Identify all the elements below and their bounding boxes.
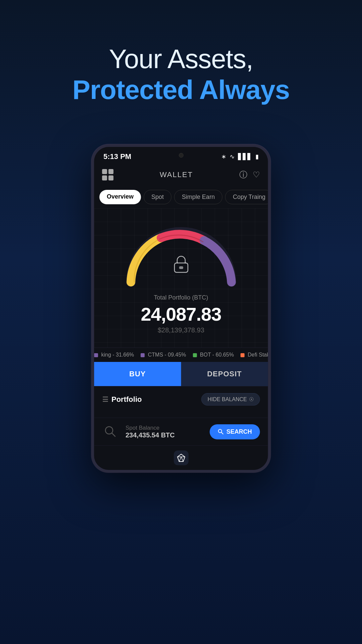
wallet-title: WALLET [160,170,193,179]
svg-line-5 [221,432,223,434]
phone-frame: 5:13 PM ∗ ∿ ▋▋▋ ▮ WALLET ⓘ ♡ [92,144,271,473]
search-button[interactable]: SEARCH [209,424,260,439]
grid-menu-icon[interactable] [102,169,114,180]
ticker-item-4: Defi Staking - [241,352,268,358]
ticker-dot-4 [241,353,245,357]
diamond-icon[interactable] [174,450,188,465]
ticker-content: king - 31.66% CTMS - 09.45% BOT - 60.65%… [94,352,268,358]
status-time: 5:13 PM [104,152,131,161]
hero-line2: Protected Always [0,74,362,105]
help-icon[interactable]: ⓘ [239,169,247,180]
header-actions: ⓘ ♡ [239,169,260,180]
hero-line1: Your Assets, [0,44,362,74]
tab-copy-traing[interactable]: Copy Traing [225,190,268,204]
svg-marker-6 [177,454,185,462]
portfolio-usd: $28,139,378.93 [158,326,204,334]
ticker-bar: king - 31.66% CTMS - 09.45% BOT - 60.65%… [94,347,268,362]
signal-icon: ▋▋▋ [238,153,252,160]
phone-mockup: 5:13 PM ∗ ∿ ▋▋▋ ▮ WALLET ⓘ ♡ [92,144,271,473]
bluetooth-icon: ∗ [221,153,226,160]
portfolio-title-group: ☰ Portfolio [102,395,142,404]
eye-icon: ☉ [249,396,254,402]
tab-spot[interactable]: Spot [144,190,172,204]
portfolio-header: ☰ Portfolio HIDE BALANCE ☉ [102,393,260,406]
camera-dot [179,153,183,158]
deposit-button[interactable]: DEPOSIT [181,362,268,386]
ticker-item-2: CTMS - 09.45% [141,352,186,358]
ticker-dot-1 [94,353,98,357]
svg-line-8 [179,457,181,462]
spot-label: Spot Balance [126,425,203,431]
action-buttons: BUY DEPOSIT [94,362,268,386]
search-circle-icon[interactable] [102,423,119,440]
portfolio-label: Total Portfolio (BTC) [154,294,208,301]
hero-section: Your Assets, Protected Always [0,0,362,125]
svg-rect-1 [179,266,183,269]
wifi-icon: ∿ [230,153,235,160]
ticker-item-3: BOT - 60.65% [193,352,234,358]
hide-balance-button[interactable]: HIDE BALANCE ☉ [201,393,260,406]
portfolio-title-text: Portfolio [112,395,142,404]
menu-icon: ☰ [102,395,108,404]
tab-overview[interactable]: Overview [100,190,141,204]
bottom-row: Spot Balance 234,435.54 BTC SEARCH [94,418,268,445]
ticker-dot-2 [141,353,145,357]
gauge-container: Total Portfolio (BTC) 24,087.83 $28,139,… [101,218,261,341]
tab-simple-earn[interactable]: Simple Earn [174,190,223,204]
lock-icon [171,254,191,274]
battery-icon: ▮ [255,153,259,160]
app-header: WALLET ⓘ ♡ [94,164,268,186]
status-icons: ∗ ∿ ▋▋▋ ▮ [221,153,259,160]
tabs-container: Overview Spot Simple Earn Copy Traing [94,186,268,208]
chart-area: Total Portfolio (BTC) 24,087.83 $28,139,… [94,208,268,347]
search-icon [218,429,224,435]
portfolio-value: 24,087.83 [141,303,221,325]
svg-line-9 [181,457,183,462]
spot-balance-section: Spot Balance 234,435.54 BTC [126,425,203,439]
portfolio-section: ☰ Portfolio HIDE BALANCE ☉ [94,386,268,418]
lock-icon-container [171,254,191,275]
spot-value: 234,435.54 BTC [126,431,203,439]
ticker-dot-3 [193,353,197,357]
ticker-item-1: king - 31.66% [94,352,134,358]
bell-icon[interactable]: ♡ [253,170,260,179]
svg-line-3 [112,433,115,436]
buy-button[interactable]: BUY [94,362,181,386]
bottom-tab-bar [94,445,268,470]
